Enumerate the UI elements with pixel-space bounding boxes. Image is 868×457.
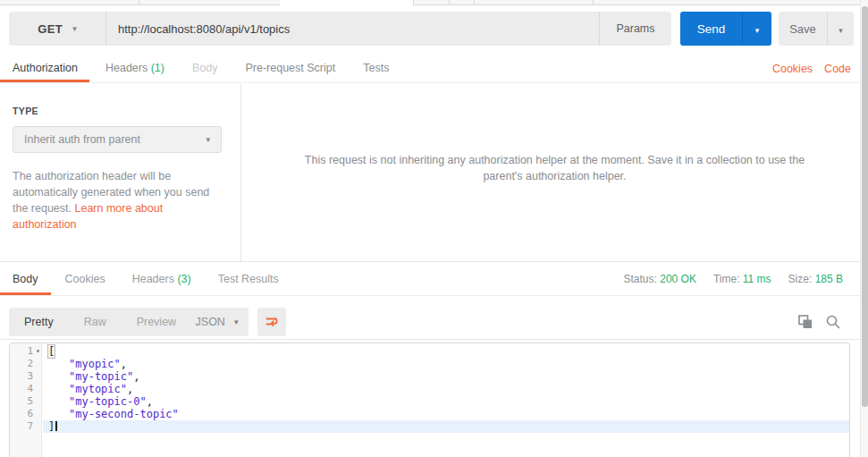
code-line-active[interactable]: 7 ] bbox=[10, 420, 849, 433]
chevron-down-icon: ▾ bbox=[755, 26, 760, 35]
text-cursor bbox=[55, 421, 57, 431]
authorization-section: TYPE Inherit auth from parent ▾ The auth… bbox=[0, 84, 868, 262]
send-button-group: Send ▾ bbox=[680, 12, 771, 46]
send-button[interactable]: Send bbox=[680, 12, 742, 46]
line-number: 1 bbox=[10, 345, 33, 358]
response-toolbar: Pretty Raw Preview JSON ▾ bbox=[0, 296, 868, 340]
code-line[interactable]: 6 "my-second-topic" bbox=[10, 408, 849, 420]
wrap-text-icon bbox=[265, 315, 279, 329]
view-mode-group: Pretty Raw Preview bbox=[9, 308, 191, 336]
tab-prerequest-script[interactable]: Pre-request Script bbox=[245, 62, 335, 74]
json-string: "my-topic-0" bbox=[69, 395, 147, 408]
send-options-button[interactable]: ▾ bbox=[742, 12, 771, 46]
search-button[interactable] bbox=[825, 314, 841, 330]
tab-divider bbox=[593, 0, 594, 5]
code-line[interactable]: 4 "mytopic", bbox=[10, 383, 849, 395]
copy-button[interactable] bbox=[797, 314, 813, 330]
response-headers-count-badge: (3) bbox=[177, 273, 190, 285]
chevron-down-icon: ▾ bbox=[72, 25, 77, 33]
active-tab-underline bbox=[0, 80, 89, 82]
view-preview-button[interactable]: Preview bbox=[122, 308, 191, 336]
status-badge: Status: 200 OK bbox=[624, 273, 696, 285]
code-line[interactable]: 1 ▾ [ bbox=[10, 345, 849, 358]
wrap-text-button[interactable] bbox=[257, 308, 286, 336]
open-bracket: [ bbox=[48, 345, 55, 358]
tab-response-headers[interactable]: Headers (3) bbox=[132, 273, 191, 285]
tab-response-body[interactable]: Body bbox=[13, 273, 38, 285]
code-lines: 1 ▾ [ 2 "myopic", 3 "my-topic", 4 "mytop… bbox=[10, 343, 849, 433]
size-badge: Size: 185 B bbox=[788, 273, 843, 285]
line-number: 6 bbox=[10, 408, 33, 420]
scrollbar-thumb[interactable] bbox=[862, 6, 868, 407]
view-pretty-button[interactable]: Pretty bbox=[9, 308, 69, 336]
auth-detail-panel: This request is not inheriting any autho… bbox=[241, 84, 868, 261]
tab-divider bbox=[474, 0, 475, 5]
line-number: 3 bbox=[10, 370, 33, 383]
headers-count-badge: (1) bbox=[151, 62, 164, 74]
window-tabs-strip bbox=[0, 0, 868, 5]
http-method-select[interactable]: GET ▾ bbox=[9, 12, 106, 46]
save-button[interactable]: Save bbox=[779, 12, 827, 46]
params-button[interactable]: Params bbox=[599, 12, 671, 46]
inherit-auth-message: This request is not inheriting any autho… bbox=[293, 152, 817, 261]
line-number: 4 bbox=[10, 383, 33, 395]
request-url-bar: GET ▾ Params bbox=[9, 12, 671, 46]
chevron-down-icon: ▾ bbox=[839, 26, 843, 35]
vertical-scrollbar[interactable] bbox=[860, 0, 868, 457]
cookies-link[interactable]: Cookies bbox=[772, 63, 813, 75]
chevron-down-icon: ▾ bbox=[234, 318, 239, 326]
auth-type-panel: TYPE Inherit auth from parent ▾ The auth… bbox=[0, 84, 241, 261]
postman-window: GET ▾ Params Send ▾ Save ▾ Authorization… bbox=[0, 0, 868, 457]
time-badge: Time: 11 ms bbox=[713, 273, 771, 285]
auth-type-select[interactable]: Inherit auth from parent ▾ bbox=[13, 126, 222, 153]
language-value: JSON bbox=[196, 316, 225, 328]
code-line[interactable]: 2 "myopic", bbox=[10, 358, 849, 370]
tab-headers[interactable]: Headers (1) bbox=[105, 62, 164, 74]
tab-response-cookies[interactable]: Cookies bbox=[65, 273, 105, 285]
request-tabs: Authorization Headers (1) Body Pre-reque… bbox=[0, 54, 868, 83]
close-bracket: ] bbox=[48, 420, 55, 433]
quick-links: Cookies Code bbox=[772, 54, 851, 83]
line-number: 2 bbox=[10, 358, 33, 370]
auth-type-value: Inherit auth from parent bbox=[24, 133, 140, 146]
tab-divider bbox=[413, 0, 414, 5]
tab-body[interactable]: Body bbox=[192, 62, 218, 74]
line-number: 5 bbox=[10, 395, 33, 408]
tab-tests[interactable]: Tests bbox=[363, 62, 389, 74]
response-tools bbox=[797, 308, 841, 336]
json-string: "my-topic" bbox=[69, 370, 133, 383]
save-button-group: Save ▾ bbox=[779, 12, 854, 46]
url-input[interactable] bbox=[106, 12, 599, 46]
active-request-tab-edge bbox=[280, 0, 413, 6]
json-string: "myopic" bbox=[69, 358, 121, 370]
response-body-editor[interactable]: 1 ▾ [ 2 "myopic", 3 "my-topic", 4 "mytop… bbox=[9, 343, 850, 457]
active-tab-underline bbox=[0, 292, 51, 295]
type-label: TYPE bbox=[13, 106, 228, 116]
language-select[interactable]: JSON ▾ bbox=[185, 308, 249, 336]
view-raw-button[interactable]: Raw bbox=[69, 308, 122, 336]
tab-divider bbox=[449, 0, 450, 5]
response-meta: Status: 200 OK Time: 11 ms Size: 185 B bbox=[624, 262, 844, 296]
code-link[interactable]: Code bbox=[824, 63, 851, 75]
line-number: 7 bbox=[10, 420, 33, 433]
code-line[interactable]: 3 "my-topic", bbox=[10, 370, 849, 383]
chevron-down-icon: ▾ bbox=[206, 136, 210, 144]
save-options-button[interactable]: ▾ bbox=[827, 12, 854, 46]
json-string: "mytopic" bbox=[69, 383, 127, 395]
tab-test-results[interactable]: Test Results bbox=[218, 273, 279, 285]
fold-caret-icon[interactable]: ▾ bbox=[33, 345, 43, 358]
search-icon bbox=[825, 314, 841, 330]
auth-description: The authorization header will be automat… bbox=[13, 168, 227, 233]
json-string: "my-second-topic" bbox=[69, 408, 179, 420]
tab-authorization[interactable]: Authorization bbox=[13, 62, 78, 74]
code-line[interactable]: 5 "my-topic-0", bbox=[10, 395, 849, 408]
http-method-value: GET bbox=[38, 22, 63, 36]
copy-icon bbox=[797, 314, 813, 330]
tab-divider bbox=[139, 0, 139, 5]
